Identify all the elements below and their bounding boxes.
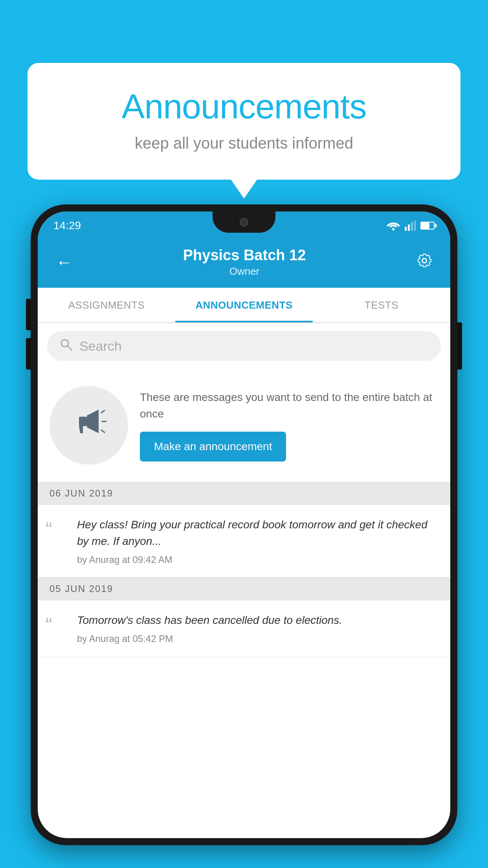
announcement-prompt: These are messages you want to send to t… bbox=[38, 370, 450, 480]
power-button[interactable] bbox=[457, 322, 462, 370]
signal-icon bbox=[405, 221, 416, 231]
announcement-meta-2: by Anurag at 05:42 PM bbox=[77, 633, 342, 644]
search-bar[interactable]: Search bbox=[47, 331, 441, 361]
speech-bubble-card: Announcements keep all your students inf… bbox=[28, 63, 460, 180]
volume-up-button[interactable] bbox=[26, 299, 31, 330]
svg-rect-4 bbox=[414, 221, 416, 231]
search-icon bbox=[59, 337, 73, 355]
announcement-text-2: Tomorrow's class has been cancelled due … bbox=[77, 612, 342, 629]
svg-line-8 bbox=[101, 410, 105, 413]
search-placeholder: Search bbox=[79, 338, 122, 354]
svg-rect-7 bbox=[79, 417, 87, 426]
tabs-bar: ASSIGNMENTS ANNOUNCEMENTS TESTS bbox=[38, 288, 450, 323]
svg-point-0 bbox=[392, 228, 394, 230]
tab-assignments[interactable]: ASSIGNMENTS bbox=[38, 288, 175, 322]
announcement-meta-1: by Anurag at 09:42 AM bbox=[77, 554, 438, 565]
volume-down-button[interactable] bbox=[26, 338, 31, 370]
phone-outer-shell: 14:29 bbox=[31, 204, 457, 845]
prompt-right: These are messages you want to send to t… bbox=[140, 389, 438, 462]
speech-bubble-section: Announcements keep all your students inf… bbox=[28, 63, 460, 180]
header-subtitle: Owner bbox=[183, 265, 306, 278]
tab-tests[interactable]: TESTS bbox=[313, 288, 450, 322]
wifi-icon bbox=[387, 221, 400, 231]
header-center: Physics Batch 12 Owner bbox=[183, 247, 306, 278]
phone-screen: 14:29 bbox=[38, 211, 450, 838]
svg-rect-2 bbox=[408, 224, 410, 231]
announcement-item-1[interactable]: “ Hey class! Bring your practical record… bbox=[38, 505, 450, 577]
app-header: ← Physics Batch 12 Owner bbox=[38, 237, 450, 288]
svg-line-10 bbox=[101, 430, 105, 432]
megaphone-circle bbox=[50, 386, 128, 465]
prompt-description: These are messages you want to send to t… bbox=[140, 389, 438, 422]
bubble-title: Announcements bbox=[59, 86, 429, 127]
bubble-subtitle: keep all your students informed bbox=[59, 134, 429, 152]
svg-rect-3 bbox=[411, 222, 413, 231]
settings-icon[interactable] bbox=[413, 249, 436, 276]
battery-icon bbox=[420, 222, 435, 230]
megaphone-icon bbox=[69, 402, 108, 449]
header-title: Physics Batch 12 bbox=[183, 247, 306, 264]
front-camera bbox=[240, 218, 248, 226]
quote-icon-1: “ bbox=[46, 517, 69, 539]
announcement-item-2[interactable]: “ Tomorrow's class has been cancelled du… bbox=[38, 600, 450, 657]
phone-notch bbox=[213, 211, 275, 233]
date-separator-2: 05 JUN 2019 bbox=[38, 577, 450, 600]
status-time: 14:29 bbox=[53, 219, 81, 232]
date-separator-1: 06 JUN 2019 bbox=[38, 482, 450, 505]
status-icons bbox=[387, 221, 435, 231]
search-container: Search bbox=[38, 323, 450, 369]
tab-announcements[interactable]: ANNOUNCEMENTS bbox=[175, 288, 313, 322]
announcement-content-1: Hey class! Bring your practical record b… bbox=[77, 517, 438, 565]
announcement-text-1: Hey class! Bring your practical record b… bbox=[77, 517, 438, 550]
phone-content: Search bbox=[38, 323, 450, 838]
svg-rect-1 bbox=[405, 227, 407, 231]
announcement-content-2: Tomorrow's class has been cancelled due … bbox=[77, 612, 342, 644]
svg-line-6 bbox=[68, 346, 72, 350]
make-announcement-button[interactable]: Make an announcement bbox=[140, 432, 286, 462]
quote-icon-2: “ bbox=[46, 612, 69, 635]
phone-mockup: 14:29 bbox=[31, 204, 457, 868]
back-button[interactable]: ← bbox=[52, 249, 76, 276]
